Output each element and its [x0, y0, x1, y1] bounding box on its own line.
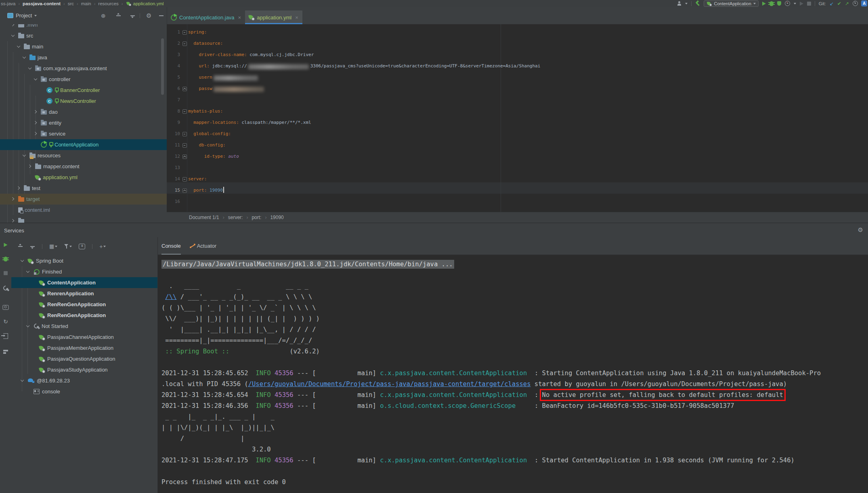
fold-open-marker[interactable] [182, 109, 187, 114]
restart-icon[interactable]: ↻ [3, 319, 8, 324]
project-view-selector[interactable]: Project [0, 13, 37, 19]
breadcrumb-item[interactable]: resources [98, 1, 119, 6]
add-tab-button[interactable]: + [79, 244, 85, 249]
chevron-right-icon[interactable] [10, 196, 16, 202]
close-icon[interactable]: × [295, 15, 298, 21]
detach-icon[interactable] [3, 333, 8, 339]
run-button[interactable] [762, 2, 766, 6]
fold-open-marker[interactable] [182, 30, 187, 35]
tree-row[interactable]: main [0, 41, 167, 52]
git-update-icon[interactable]: ↙ [830, 1, 834, 6]
editor-breadcrumbs[interactable]: Document 1/1›server:›port:›19090 [167, 212, 868, 223]
chevron-right-icon[interactable] [10, 218, 16, 223]
tree-row[interactable] [0, 215, 167, 223]
fold-open-marker[interactable] [182, 42, 187, 46]
service-row[interactable]: console [11, 386, 157, 397]
profiler-button[interactable] [785, 1, 790, 6]
fold-open-marker[interactable] [182, 177, 187, 182]
user-icon[interactable] [677, 1, 681, 6]
console-link[interactable]: /\\ [165, 293, 176, 301]
stop-service-button[interactable] [4, 271, 8, 275]
history-icon[interactable] [853, 1, 858, 6]
code-area[interactable]: spring: datasource: driver-class-name: c… [188, 27, 540, 207]
hide-panel-button[interactable] [159, 15, 164, 16]
services-settings-gear-icon[interactable]: ⚙ [858, 226, 863, 234]
breadcrumb-item[interactable]: main [81, 1, 91, 6]
service-row[interactable]: PassjavaMemberApplication [11, 343, 157, 353]
chevron-down-icon[interactable] [27, 65, 33, 71]
console-link[interactable]: /Users/guoyalun/Documents/Project/pass-j… [248, 380, 531, 388]
tree-row[interactable]: src [0, 30, 167, 41]
tree-row[interactable]: resources [0, 150, 167, 161]
editor-breadcrumb-item[interactable]: 19090 [270, 215, 283, 220]
console-output[interactable]: /Library/Java/JavaVirtualMachines/jdk1.8… [161, 259, 821, 488]
expand-all-button[interactable] [116, 13, 121, 18]
chevron-down-icon[interactable] [16, 44, 22, 50]
chevron-right-icon[interactable] [27, 163, 33, 169]
filter-button[interactable] [64, 244, 72, 249]
service-row[interactable]: RenRenGenApplication [11, 310, 157, 321]
editor[interactable]: 12345678910111213141516 spring: datasour… [167, 24, 868, 212]
tree-row[interactable]: content.iml [0, 205, 167, 215]
breadcrumb[interactable]: ss-java›passjava-content›src›main›resour… [0, 1, 164, 6]
collapse-all-button[interactable] [30, 244, 35, 249]
run-service-button[interactable] [4, 243, 8, 247]
chevron-right-icon[interactable] [10, 24, 16, 28]
service-row[interactable]: Spring Boot [11, 255, 157, 266]
chevron-right-icon[interactable] [33, 120, 39, 126]
chevron-down-icon[interactable] [21, 152, 27, 159]
console-tab-Console[interactable]: Console [161, 237, 181, 255]
chevron-right-icon[interactable] [33, 131, 39, 137]
editor-tab-application.yml[interactable]: application.yml× [245, 10, 302, 24]
tree-row[interactable]: service [0, 128, 167, 139]
fold-open-marker[interactable] [182, 143, 187, 148]
tree-row[interactable]: CBannerController [0, 85, 167, 96]
service-row[interactable]: PassjavaChannelApplication [11, 332, 157, 343]
chevron-down-icon[interactable] [21, 54, 27, 61]
debug-button[interactable] [769, 1, 774, 6]
tree-row[interactable]: CNewsController [0, 96, 167, 107]
wrench-icon[interactable] [3, 286, 8, 291]
chevron-down-icon[interactable] [19, 378, 25, 384]
editor-breadcrumb-item[interactable]: Document 1/1 [189, 215, 219, 220]
chevron-down-icon[interactable] [794, 3, 796, 4]
service-row[interactable]: Not Started [11, 321, 157, 332]
layout-options-icon[interactable] [3, 349, 8, 354]
locate-file-button[interactable]: ⊕ [101, 13, 106, 19]
tree-row[interactable]: .mvn [0, 24, 167, 30]
chevron-down-icon[interactable] [19, 258, 25, 264]
chevron-right-icon[interactable] [16, 185, 22, 191]
tree-row[interactable]: application.yml [0, 172, 167, 183]
chevron-down-icon[interactable] [25, 323, 31, 329]
tree-row[interactable]: dao [0, 107, 167, 117]
debug-service-button[interactable] [4, 257, 8, 261]
add-service-button[interactable]: + [99, 244, 106, 249]
breadcrumb-item[interactable]: passjava-content [23, 1, 61, 6]
service-row[interactable]: Finished [11, 266, 157, 277]
fold-close-marker[interactable] [182, 87, 187, 91]
breadcrumb-item[interactable]: ss-java [1, 1, 15, 6]
rerun-button-disabled[interactable] [800, 2, 803, 6]
chevron-down-icon[interactable] [10, 33, 16, 39]
close-icon[interactable]: × [238, 15, 241, 21]
fold-close-marker[interactable] [182, 188, 187, 193]
tree-row[interactable]: test [0, 183, 167, 194]
service-row[interactable]: PassjavaStudyApplication [11, 364, 157, 375]
tree-row[interactable]: entity [0, 117, 167, 128]
service-row[interactable]: RenRenGenApplication [11, 299, 157, 310]
breadcrumb-item[interactable]: application.yml [126, 1, 164, 6]
stop-button[interactable] [807, 2, 811, 6]
tree-row[interactable]: mapper.content [0, 161, 167, 172]
editor-breadcrumb-item[interactable]: server: [228, 215, 243, 220]
gear-icon[interactable]: ⚙ [146, 13, 151, 19]
collapse-all-button[interactable] [130, 13, 135, 18]
run-with-coverage-button[interactable] [777, 1, 781, 6]
tree-row[interactable]: target [0, 194, 167, 205]
git-push-icon[interactable]: ↗ [845, 1, 849, 6]
fold-close-marker[interactable] [182, 155, 187, 159]
editor-tab-ContentApplication.java[interactable]: ContentApplication.java× [167, 10, 245, 24]
tree-row[interactable]: controller [0, 74, 167, 85]
console-tab-Actuator[interactable]: Actuator [190, 237, 216, 255]
chevron-down-icon[interactable] [25, 269, 31, 275]
chevron-right-icon[interactable] [33, 109, 39, 115]
